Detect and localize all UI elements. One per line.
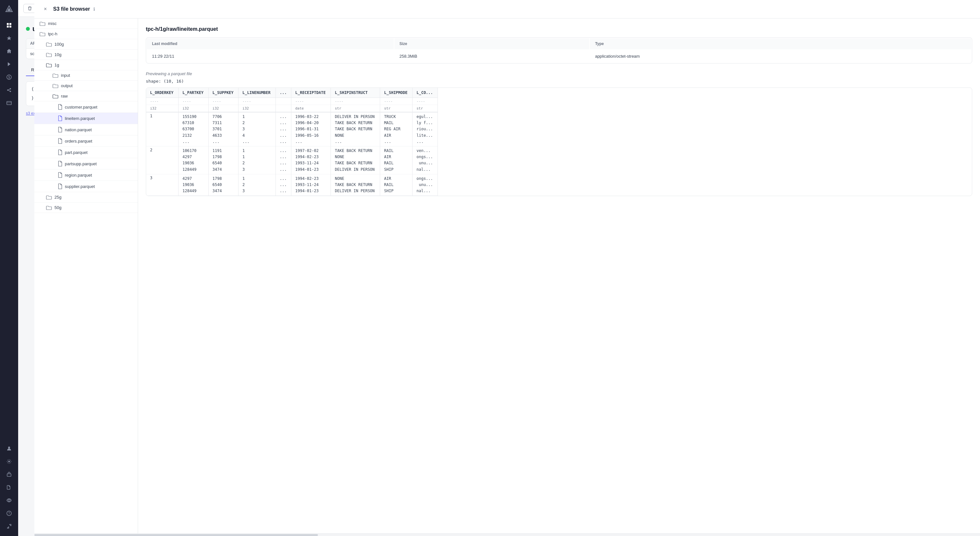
sidebar-item-preview[interactable] — [3, 495, 15, 506]
col-receiptdate: L_RECEIPTDATE — [291, 88, 331, 98]
dash-ellipsis — [275, 98, 291, 105]
tree-item-output[interactable]: output — [34, 81, 138, 91]
svg-text:?: ? — [8, 512, 10, 515]
cell-partkey-2: 106170 4297 19036 128449 — [178, 146, 208, 174]
sidebar-item-dashboard[interactable] — [3, 19, 15, 31]
tree-item-lineitem[interactable]: lineitem.parquet — [34, 113, 138, 124]
tree-item-supplier[interactable]: supplier.parquet — [34, 181, 138, 192]
type-shipinstruct: str — [331, 105, 380, 113]
dash-receiptdate: ---- — [291, 98, 331, 105]
svg-rect-4 — [7, 25, 9, 27]
tree-label-100g: 100g — [54, 42, 64, 47]
sidebar-item-favorites[interactable] — [3, 32, 15, 44]
sidebar: $ — [0, 0, 18, 536]
tree-label-lineitem: lineitem.parquet — [65, 116, 95, 121]
sidebar-item-billing[interactable]: $ — [3, 71, 15, 83]
preview-label: Previewing a parquet file — [146, 71, 972, 76]
folder-icon — [52, 84, 58, 88]
sidebar-item-runs[interactable] — [3, 58, 15, 70]
tree-label-raw: raw — [61, 94, 68, 99]
tree-item-customer[interactable]: customer.parquet — [34, 102, 138, 113]
type-value: application/octet-stream — [590, 50, 971, 62]
tree-item-50g[interactable]: 50g — [34, 202, 138, 213]
col-shipmode: L_SHIPMODE — [380, 88, 412, 98]
col-orderkey: L_ORDERKEY — [146, 88, 178, 98]
svg-rect-2 — [7, 23, 9, 25]
sidebar-item-settings[interactable] — [3, 456, 15, 467]
folder-icon — [40, 32, 45, 36]
cell-shipinstruct-2: TAKE BACK RETURN NONE TAKE BACK RETURN D… — [331, 146, 380, 174]
tree-label-50g: 50g — [54, 205, 62, 210]
tree-item-region[interactable]: region.parquet — [34, 170, 138, 181]
cell-linenumber-3: 1 2 3 — [239, 174, 276, 196]
cell-linenumber-2: 1 1 2 3 — [239, 146, 276, 174]
tree-label-nation: nation.parquet — [65, 127, 92, 132]
tree-item-10g[interactable]: 10g — [34, 49, 138, 60]
cell-shipinstruct: DELIVER IN PERSON TAKE BACK RETURN TAKE … — [331, 112, 380, 146]
tree-label-orders: orders.parquet — [65, 139, 92, 143]
dash-suppkey: ---- — [208, 98, 239, 105]
modal-info-icon: ℹ — [93, 6, 95, 12]
svg-rect-5 — [10, 25, 11, 27]
cell-comment-2: ven... ongs... unu... nal... — [412, 146, 438, 174]
svg-text:$: $ — [8, 75, 10, 79]
data-table: L_ORDERKEY L_PARTKEY L_SUPPKEY L_LINENUM… — [146, 88, 438, 196]
tree-item-25g[interactable]: 25g — [34, 192, 138, 202]
dash-linenumber: ---- — [239, 98, 276, 105]
file-icon — [58, 115, 62, 121]
modal-body: misc tpc-h — [34, 19, 980, 533]
sidebar-item-integrations[interactable] — [3, 84, 15, 96]
modal-scrollbar[interactable] — [34, 533, 980, 536]
cell-receiptdate-3: 1994-02-23 1993-11-24 1994-01-23 — [291, 174, 331, 196]
type-shipmode: str — [380, 105, 412, 113]
sidebar-item-expand[interactable] — [3, 520, 15, 532]
folder-icon — [46, 52, 52, 57]
file-preview-title: tpc-h/1g/raw/lineitem.parquet — [146, 26, 972, 32]
tree-item-orders[interactable]: orders.parquet — [34, 135, 138, 147]
scrollbar-thumb[interactable] — [34, 534, 318, 536]
folder-icon — [46, 205, 52, 210]
table-row: 1 155190 67310 63700 2132 ... 7706 7311 … — [146, 112, 438, 146]
svg-marker-6 — [7, 36, 11, 40]
tree-label-1g: 1g — [54, 62, 59, 67]
tree-item-nation[interactable]: nation.parquet — [34, 124, 138, 135]
cell-ellipsis-2: ... ... ... ... — [275, 146, 291, 174]
tree-item-input[interactable]: input — [34, 70, 138, 81]
cell-orderkey-2: 2 — [146, 146, 178, 174]
file-tree: misc tpc-h — [34, 19, 138, 533]
tree-item-raw[interactable]: raw — [34, 91, 138, 102]
tree-label-input: input — [61, 73, 70, 78]
type-suppkey: i32 — [208, 105, 239, 113]
cell-suppkey-3: 1798 6540 3474 — [208, 174, 239, 196]
data-table-wrapper: L_ORDERKEY L_PARTKEY L_SUPPKEY L_LINENUM… — [146, 87, 972, 196]
tree-label-customer: customer.parquet — [65, 105, 97, 110]
cell-shipmode: TRUCK MAIL REG AIR AIR ... — [380, 112, 412, 146]
tree-item-partsupp[interactable]: partsupp.parquet — [34, 158, 138, 170]
sidebar-item-files[interactable] — [3, 482, 15, 493]
last-modified-header: Last modified — [147, 38, 394, 49]
col-linenumber: L_LINENUMBER — [239, 88, 276, 98]
sidebar-item-profile[interactable] — [3, 443, 15, 454]
sidebar-item-help[interactable]: ? — [3, 507, 15, 519]
cell-partkey-3: 4297 19036 128449 — [178, 174, 208, 196]
cell-ellipsis: ... ... ... ... ... — [275, 112, 291, 146]
tree-label-region: region.parquet — [65, 173, 92, 178]
tree-item-part[interactable]: part.parquet — [34, 147, 138, 158]
svg-rect-19 — [7, 474, 11, 476]
tree-label-10g: 10g — [54, 52, 62, 57]
tree-item-misc[interactable]: misc — [34, 19, 138, 29]
sidebar-item-home[interactable] — [3, 45, 15, 57]
svg-point-17 — [8, 447, 10, 449]
tree-label-25g: 25g — [54, 195, 62, 200]
tree-item-1g[interactable]: 1g — [34, 60, 138, 70]
tree-item-100g[interactable]: 100g — [34, 39, 138, 49]
tree-item-tpc-h[interactable]: tpc-h — [34, 29, 138, 39]
dash-partkey: ---- — [178, 98, 208, 105]
modal-close-button[interactable]: × — [41, 5, 50, 14]
modal-title: S3 file browser — [53, 6, 90, 12]
col-shipinstruct: L_SHIPINSTRUCT — [331, 88, 380, 98]
sidebar-item-jobs[interactable] — [3, 97, 15, 109]
sidebar-item-packages[interactable] — [3, 469, 15, 480]
svg-rect-15 — [7, 102, 11, 105]
dash-comment: ---- — [412, 98, 438, 105]
